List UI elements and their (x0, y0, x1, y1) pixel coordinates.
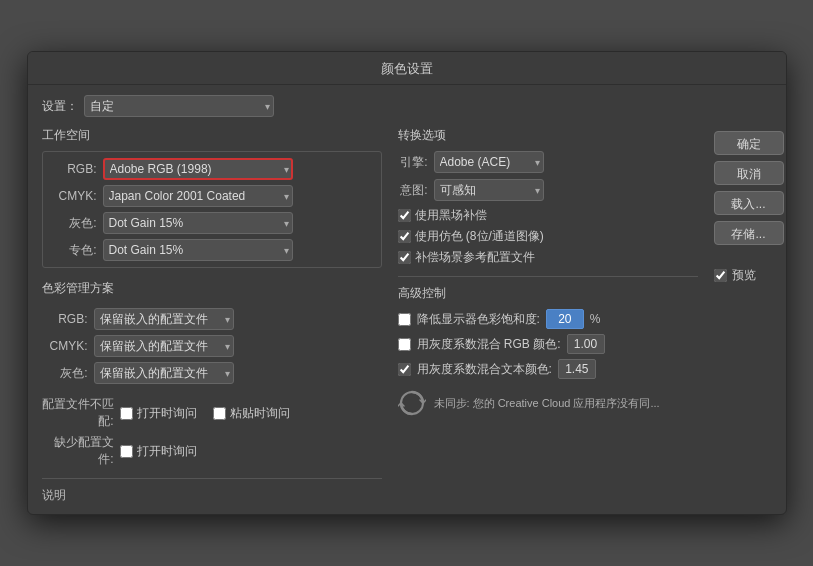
intent-label: 意图: (398, 182, 428, 199)
convert-section: 转换选项 引擎: Adobe (ACE) 意图: 可感 (398, 127, 698, 266)
blend-rgb-label: 用灰度系数混合 RGB 颜色: (417, 336, 561, 353)
compensate-text: 补偿场景参考配置文件 (415, 249, 535, 266)
engine-label: 引擎: (398, 154, 428, 171)
missing-profile-open-label[interactable]: 打开时询问 (120, 443, 197, 460)
convert-title: 转换选项 (398, 127, 698, 144)
dialog-title: 颜色设置 (381, 61, 433, 76)
compensate-checkbox[interactable] (398, 251, 411, 264)
spot-row: 专色: Dot Gain 15% (51, 239, 373, 261)
ok-button[interactable]: 确定 (714, 131, 784, 155)
color-management-title: 色彩管理方案 (42, 280, 382, 297)
left-panel: 工作空间 RGB: Adobe RGB (1998) CMYK: (42, 127, 382, 504)
desaturate-row: 降低显示器色彩饱和度: % (398, 309, 698, 329)
save-button[interactable]: 存储... (714, 221, 784, 245)
spot-select[interactable]: Dot Gain 15% (103, 239, 293, 261)
intent-row: 意图: 可感知 (398, 179, 698, 201)
cm-gray-select-wrapper: 保留嵌入的配置文件 (94, 362, 234, 384)
missing-profile-row: 缺少配置文件: 打开时询问 (42, 434, 382, 468)
gray-select-wrapper: Dot Gain 15% (103, 212, 293, 234)
title-bar: 颜色设置 (28, 52, 786, 85)
profile-mismatch-paste-label[interactable]: 粘贴时询问 (213, 405, 290, 422)
cm-gray-row: 灰色: 保留嵌入的配置文件 (42, 362, 382, 384)
use-black-checkbox[interactable] (398, 209, 411, 222)
missing-profile-label: 缺少配置文件: (42, 434, 114, 468)
profile-mismatch-open-text: 打开时询问 (137, 405, 197, 422)
use-dither-label[interactable]: 使用仿色 (8位/通道图像) (398, 228, 698, 245)
preview-checkbox[interactable] (714, 269, 727, 282)
cm-rgb-select-wrapper: 保留嵌入的配置文件 (94, 308, 234, 330)
color-management-section: 色彩管理方案 RGB: 保留嵌入的配置文件 CMYK: (42, 280, 382, 384)
cm-cmyk-select-wrapper: 保留嵌入的配置文件 (94, 335, 234, 357)
desaturate-label: 降低显示器色彩饱和度: (417, 311, 540, 328)
engine-row: 引擎: Adobe (ACE) (398, 151, 698, 173)
gray-row: 灰色: Dot Gain 15% (51, 212, 373, 234)
sync-text: 未同步: 您的 Creative Cloud 应用程序没有同... (434, 396, 660, 411)
cm-cmyk-row: CMYK: 保留嵌入的配置文件 (42, 335, 382, 357)
intent-select[interactable]: 可感知 (434, 179, 544, 201)
cm-cmyk-label: CMYK: (42, 339, 88, 353)
desaturate-input[interactable] (546, 309, 584, 329)
mismatch-section: 配置文件不匹配: 打开时询问 粘贴时询问 缺少配置文件: (42, 396, 382, 468)
engine-select[interactable]: Adobe (ACE) (434, 151, 544, 173)
blend-text-label: 用灰度系数混合文本颜色: (417, 361, 552, 378)
profile-mismatch-paste-checkbox[interactable] (213, 407, 226, 420)
workspace-title: 工作空间 (42, 127, 382, 144)
gray-select[interactable]: Dot Gain 15% (103, 212, 293, 234)
blend-rgb-checkbox[interactable] (398, 338, 411, 351)
settings-label: 设置： (42, 98, 78, 115)
use-dither-checkbox[interactable] (398, 230, 411, 243)
cm-cmyk-select[interactable]: 保留嵌入的配置文件 (94, 335, 234, 357)
intent-select-wrapper: 可感知 (434, 179, 544, 201)
rgb-select-wrapper: Adobe RGB (1998) (103, 158, 293, 180)
blend-text-row: 用灰度系数混合文本颜色: (398, 359, 698, 379)
spot-label: 专色: (51, 242, 97, 259)
engine-select-wrapper: Adobe (ACE) (434, 151, 544, 173)
desaturate-unit: % (590, 312, 601, 326)
cmyk-label: CMYK: (51, 189, 97, 203)
blend-text-input[interactable] (558, 359, 596, 379)
preview-text: 预览 (732, 267, 756, 284)
description-section: 说明 (42, 478, 382, 504)
profile-mismatch-label: 配置文件不匹配: (42, 396, 114, 430)
profile-mismatch-open-label[interactable]: 打开时询问 (120, 405, 197, 422)
cmyk-select[interactable]: Japan Color 2001 Coated (103, 185, 293, 207)
rgb-select[interactable]: Adobe RGB (1998) (103, 158, 293, 180)
settings-row: 设置： 自定 (42, 95, 772, 117)
cancel-button[interactable]: 取消 (714, 161, 784, 185)
desaturate-checkbox[interactable] (398, 313, 411, 326)
sync-row: 未同步: 您的 Creative Cloud 应用程序没有同... (398, 389, 698, 417)
profile-mismatch-row: 配置文件不匹配: 打开时询问 粘贴时询问 (42, 396, 382, 430)
use-dither-text: 使用仿色 (8位/通道图像) (415, 228, 544, 245)
advanced-section: 高级控制 降低显示器色彩饱和度: % 用灰度系数混合 RGB 颜色: (398, 276, 698, 417)
color-settings-dialog: 颜色设置 设置： 自定 工作空间 RGB: (27, 51, 787, 515)
preview-label[interactable]: 预览 (714, 267, 784, 284)
color-mgmt-grid: RGB: 保留嵌入的配置文件 CMYK: 保留嵌入的配置 (42, 304, 382, 384)
blend-text-checkbox[interactable] (398, 363, 411, 376)
blend-rgb-input[interactable] (567, 334, 605, 354)
use-black-label[interactable]: 使用黑场补偿 (398, 207, 698, 224)
profile-mismatch-open-checkbox[interactable] (120, 407, 133, 420)
right-panel: 转换选项 引擎: Adobe (ACE) 意图: 可感 (398, 127, 698, 504)
profile-mismatch-paste-text: 粘贴时询问 (230, 405, 290, 422)
workspace-grid: RGB: Adobe RGB (1998) CMYK: (42, 151, 382, 268)
compensate-label[interactable]: 补偿场景参考配置文件 (398, 249, 698, 266)
missing-profile-open-text: 打开时询问 (137, 443, 197, 460)
missing-profile-open-checkbox[interactable] (120, 445, 133, 458)
spot-select-wrapper: Dot Gain 15% (103, 239, 293, 261)
buttons-panel: 确定 取消 载入... 存储... 预览 (714, 127, 784, 504)
cm-rgb-row: RGB: 保留嵌入的配置文件 (42, 308, 382, 330)
main-content: 工作空间 RGB: Adobe RGB (1998) CMYK: (42, 127, 772, 504)
blend-rgb-row: 用灰度系数混合 RGB 颜色: (398, 334, 698, 354)
gray-label: 灰色: (51, 215, 97, 232)
workspace-section: 工作空间 RGB: Adobe RGB (1998) CMYK: (42, 127, 382, 268)
cm-rgb-select[interactable]: 保留嵌入的配置文件 (94, 308, 234, 330)
advanced-title: 高级控制 (398, 285, 698, 302)
use-black-text: 使用黑场补偿 (415, 207, 487, 224)
load-button[interactable]: 载入... (714, 191, 784, 215)
cm-rgb-label: RGB: (42, 312, 88, 326)
cmyk-select-wrapper: Japan Color 2001 Coated (103, 185, 293, 207)
settings-select-wrapper: 自定 (84, 95, 274, 117)
settings-select[interactable]: 自定 (84, 95, 274, 117)
rgb-label: RGB: (51, 162, 97, 176)
cm-gray-select[interactable]: 保留嵌入的配置文件 (94, 362, 234, 384)
